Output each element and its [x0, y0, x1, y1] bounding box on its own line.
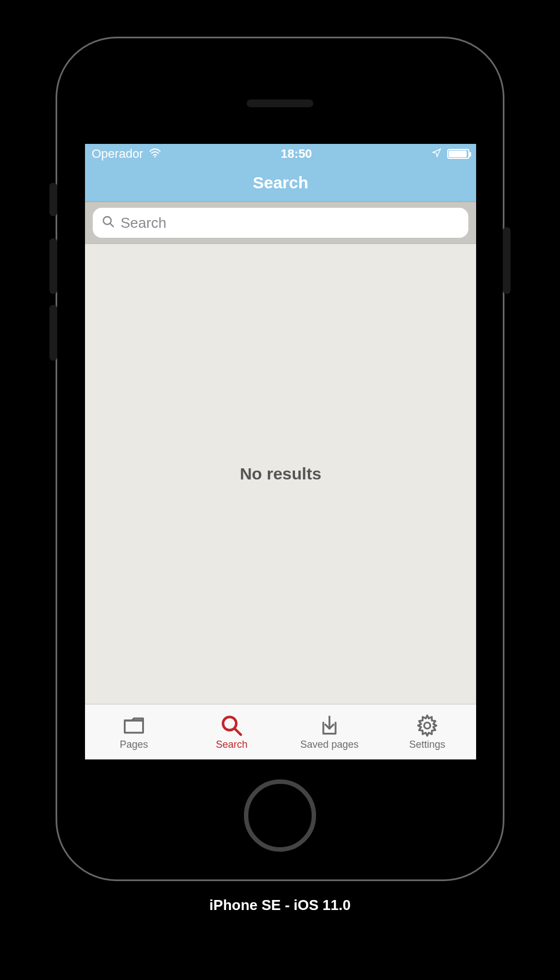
carrier-label: Operador [92, 147, 143, 161]
folder-icon [122, 713, 146, 738]
search-icon [102, 215, 115, 231]
status-bar-time: 18:50 [281, 147, 312, 161]
empty-state-label: No results [240, 464, 322, 483]
page-title: Search [253, 173, 308, 192]
download-icon [317, 713, 342, 738]
tab-label: Pages [119, 739, 148, 751]
search-icon [219, 713, 244, 738]
phone-screen: Operador 18:50 [85, 144, 476, 759]
tab-label: Search [216, 739, 247, 751]
status-bar-left: Operador [92, 147, 161, 161]
location-icon [432, 147, 442, 161]
tab-pages[interactable]: Pages [85, 704, 183, 759]
search-field[interactable] [93, 208, 468, 238]
battery-icon [447, 149, 469, 159]
wifi-icon [149, 147, 161, 161]
tab-label: Saved pages [300, 739, 358, 751]
navigation-bar: Search [85, 164, 476, 202]
device-caption: iPhone SE - iOS 11.0 [0, 897, 560, 914]
results-area: No results [85, 244, 476, 704]
tab-label: Settings [409, 739, 445, 751]
phone-mute-switch [49, 183, 57, 216]
phone-home-button[interactable] [244, 779, 316, 852]
search-input[interactable] [121, 214, 459, 232]
svg-rect-3 [125, 721, 143, 733]
search-bar-container [85, 202, 476, 244]
status-bar-right [432, 147, 469, 161]
svg-point-0 [154, 156, 156, 158]
phone-speaker [247, 99, 313, 107]
svg-point-7 [424, 723, 431, 729]
tab-saved-pages[interactable]: Saved pages [281, 704, 378, 759]
status-bar: Operador 18:50 [85, 144, 476, 164]
svg-line-5 [235, 729, 241, 735]
svg-line-2 [110, 223, 113, 227]
phone-frame: Operador 18:50 [56, 37, 504, 881]
phone-volume-down [49, 305, 57, 361]
tab-search[interactable]: Search [183, 704, 281, 759]
gear-icon [415, 713, 439, 738]
tab-settings[interactable]: Settings [378, 704, 476, 759]
phone-power-button [503, 227, 511, 294]
phone-volume-up [49, 238, 57, 294]
tab-bar: Pages Search [85, 704, 476, 759]
